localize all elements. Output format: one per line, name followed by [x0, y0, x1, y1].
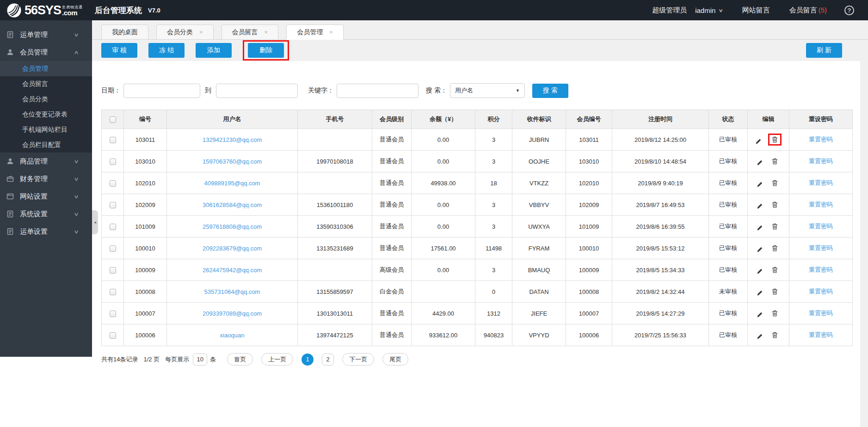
reset-password-link[interactable]: 重置密码 [809, 158, 833, 165]
cell-registered: 2019/8/5 15:53:12 [612, 238, 709, 259]
delete-trash-icon[interactable] [772, 201, 778, 208]
row-checkbox[interactable] [110, 224, 116, 230]
cell-points: 11498 [475, 238, 512, 259]
sidebar-item-waybill-management[interactable]: 运单管理 ∨ [0, 26, 92, 43]
edit-pencil-icon[interactable] [757, 203, 763, 209]
last-page-button[interactable]: 尾页 [382, 353, 408, 366]
reset-password-link[interactable]: 重置密码 [809, 331, 833, 338]
sidebar-item-warehouse-change-log[interactable]: 仓位变更记录表 [0, 107, 92, 122]
help-icon[interactable]: ? [844, 6, 854, 15]
tab-member-management[interactable]: 会员管理 × [286, 24, 344, 40]
reset-password-link[interactable]: 重置密码 [809, 310, 833, 317]
sidebar-item-member-management-group[interactable]: 会员管理 ∧ [0, 43, 92, 61]
delete-trash-icon[interactable] [772, 136, 778, 143]
username-link[interactable]: 2624475942@qq.com [203, 267, 262, 274]
user-menu[interactable]: iadmin ∨ [695, 6, 723, 14]
delete-trash-icon[interactable] [772, 310, 778, 317]
username-link[interactable]: 2093397089@qq.com [203, 310, 262, 317]
delete-trash-icon[interactable] [772, 288, 778, 295]
audit-button[interactable]: 审 核 [101, 43, 137, 58]
refresh-button[interactable]: 刷 新 [806, 43, 842, 58]
col-balance: 余额（¥） [412, 110, 475, 129]
username-link[interactable]: xiaoquan [220, 332, 245, 339]
sidebar-item-website-settings[interactable]: 网站设置 ∨ [0, 188, 92, 205]
row-checkbox[interactable] [110, 267, 116, 274]
edit-pencil-icon[interactable] [757, 159, 763, 166]
search-button[interactable]: 搜 索 [532, 84, 568, 98]
delete-trash-icon[interactable] [772, 180, 778, 186]
delete-trash-icon[interactable] [772, 267, 778, 273]
edit-pencil-icon[interactable] [757, 311, 763, 318]
row-checkbox[interactable] [110, 159, 116, 165]
sidebar-item-finance-management[interactable]: 财务管理 ∨ [0, 170, 92, 188]
tab-my-desktop[interactable]: 我的桌面 [101, 24, 148, 40]
page-1-button[interactable]: 1 [302, 354, 314, 366]
reset-password-link[interactable]: 重置密码 [809, 201, 833, 208]
next-page-button[interactable]: 下一页 [342, 353, 374, 366]
row-checkbox[interactable] [110, 245, 116, 252]
edit-pencil-icon[interactable] [757, 246, 763, 253]
date-label: 日期： [101, 86, 121, 95]
username-link[interactable]: 2597618808@qq.com [203, 223, 262, 230]
username-link[interactable]: 535731064@qq.com [204, 288, 260, 295]
tab-member-categories[interactable]: 会员分类 × [156, 24, 214, 40]
sidebar-item-member-management[interactable]: 会员管理 [0, 61, 92, 76]
date-to-label: 到 [205, 86, 211, 95]
reset-password-link[interactable]: 重置密码 [809, 179, 833, 186]
username-link[interactable]: 3061628584@qq.com [203, 201, 262, 208]
sidebar-item-waybill-settings[interactable]: 运单设置 ∨ [0, 223, 92, 240]
edit-pencil-icon[interactable] [757, 268, 763, 274]
delete-trash-icon[interactable] [772, 332, 778, 338]
username-link[interactable]: 1329421230@qq.com [203, 136, 262, 143]
sidebar-item-member-column-config[interactable]: 会员栏目配置 [0, 137, 92, 152]
reset-password-link[interactable]: 重置密码 [809, 244, 833, 251]
page-2-button[interactable]: 2 [322, 354, 334, 366]
reset-password-link[interactable]: 重置密码 [809, 266, 833, 273]
keyword-input[interactable] [337, 84, 419, 98]
reset-password-link[interactable]: 重置密码 [809, 136, 833, 143]
row-checkbox[interactable] [110, 137, 116, 143]
date-to-input[interactable] [216, 84, 298, 98]
freeze-button[interactable]: 冻 结 [148, 43, 185, 58]
edit-pencil-icon[interactable] [757, 225, 763, 231]
per-page-input[interactable]: 10 [193, 354, 207, 366]
delete-trash-icon[interactable] [772, 158, 778, 165]
row-checkbox[interactable] [110, 289, 116, 295]
delete-trash-icon[interactable] [772, 223, 778, 230]
sidebar-item-member-messages[interactable]: 会员留言 [0, 76, 92, 92]
username-link[interactable]: 2092283679@qq.com [203, 245, 262, 252]
member-messages-link[interactable]: 会员留言(5) [789, 6, 827, 15]
delete-button[interactable]: 删除 [248, 43, 284, 58]
reset-password-link[interactable]: 重置密码 [809, 223, 833, 230]
first-page-button[interactable]: 首页 [227, 353, 253, 366]
search-field-select[interactable]: 用户名 ▼ [450, 83, 525, 98]
row-checkbox[interactable] [110, 332, 116, 339]
sidebar-item-mobile-site-columns[interactable]: 手机端网站栏目 [0, 122, 92, 137]
reset-password-link[interactable]: 重置密码 [809, 288, 833, 295]
sidebar-collapse-handle[interactable]: ◄ [92, 210, 98, 234]
close-icon[interactable]: × [329, 29, 333, 36]
close-icon[interactable]: × [265, 29, 268, 36]
edit-pencil-icon[interactable] [757, 181, 763, 188]
table-row: 100008 535731064@qq.com 13155859597 白金会员… [102, 281, 853, 303]
edit-pencil-icon[interactable] [757, 290, 763, 296]
status-text: 已审核 [709, 238, 748, 259]
sidebar-item-system-settings[interactable]: 系统设置 ∨ [0, 205, 92, 223]
select-all-checkbox[interactable] [110, 116, 116, 123]
add-button[interactable]: 添加 [196, 43, 232, 58]
row-checkbox[interactable] [110, 180, 116, 187]
edit-pencil-icon[interactable] [755, 138, 762, 145]
row-checkbox[interactable] [110, 311, 116, 317]
close-icon[interactable]: × [199, 29, 203, 36]
tab-member-messages[interactable]: 会员留言 × [222, 24, 279, 40]
sidebar-item-product-management[interactable]: 商品管理 ∨ [0, 152, 92, 170]
sidebar-item-member-categories[interactable]: 会员分类 [0, 92, 92, 107]
date-from-input[interactable] [123, 84, 200, 98]
site-messages-link[interactable]: 网站留言 [742, 6, 770, 15]
delete-trash-icon[interactable] [772, 245, 778, 251]
edit-pencil-icon[interactable] [757, 333, 763, 340]
prev-page-button[interactable]: 上一页 [261, 353, 293, 366]
username-link[interactable]: 409889195@qq.com [204, 180, 260, 187]
username-link[interactable]: 1597063760@qq.com [203, 158, 262, 165]
row-checkbox[interactable] [110, 202, 116, 208]
